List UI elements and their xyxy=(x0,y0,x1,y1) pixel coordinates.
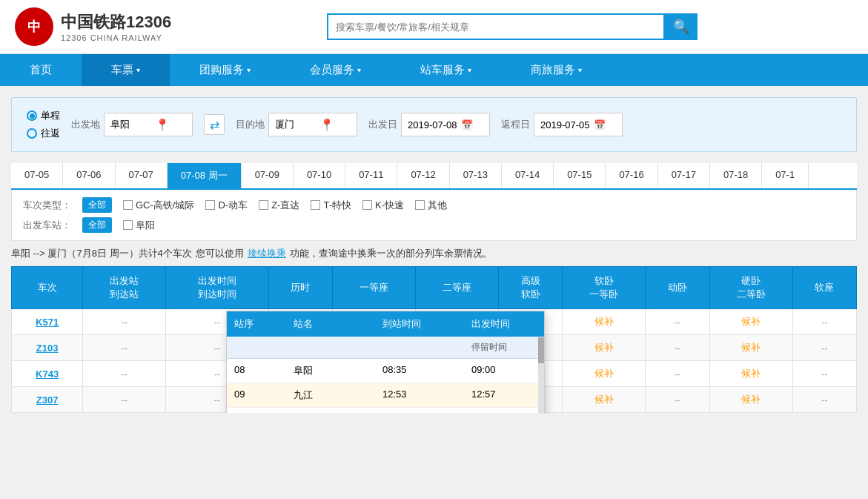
station-fuyang[interactable]: 阜阳 xyxy=(123,219,155,232)
to-input[interactable]: 厦门 📍 xyxy=(268,113,357,136)
popup-col-depart: 出发时间 xyxy=(471,317,560,331)
col-high-soft: 高级软卧 xyxy=(499,267,563,309)
date-tab[interactable]: 07-1 xyxy=(762,163,809,188)
swap-button[interactable]: ⇄ xyxy=(204,114,225,135)
date-tab[interactable]: 07-16 xyxy=(606,163,657,188)
svg-text:中: 中 xyxy=(27,19,41,34)
search-icon: 🔍 xyxy=(673,19,689,35)
type-k[interactable]: K-快速 xyxy=(362,199,404,212)
station-name: 阜阳 xyxy=(294,364,382,377)
train-number[interactable]: K571 xyxy=(12,309,83,335)
col-soft-seat: 软座 xyxy=(792,267,856,309)
navigation: 首页 车票 ▾ 团购服务 ▾ 会员服务 ▾ 站车服务 ▾ 商旅服务 ▾ xyxy=(0,54,868,86)
date-tab[interactable]: 07-08 周一 xyxy=(168,163,242,188)
popup-station-row: 10 南昌西 14:01 14:12 xyxy=(227,408,544,413)
cell-soft-first[interactable]: 候补 xyxy=(563,361,646,387)
depart-date-field: 出发日 2019-07-08 📅 xyxy=(368,113,490,136)
location-icon: 📍 xyxy=(319,118,351,132)
nav-item-station[interactable]: 站车服务 ▾ xyxy=(391,54,501,86)
transfer-link[interactable]: 接续换乘 xyxy=(248,247,286,260)
popup-station-row: 08 阜阳 08:35 09:00 xyxy=(227,359,544,383)
cell-soft-first[interactable]: 候补 xyxy=(563,335,646,361)
popup-body: 08 阜阳 08:35 09:00 09 九江 12:53 12:57 10 南… xyxy=(227,359,544,413)
cell-move-sleep: -- xyxy=(646,361,709,387)
train-table-wrapper: 车次 出发站到达站 出发时间到达时间 历时 一等座 二等座 高级软卧 软卧一等卧… xyxy=(11,266,857,413)
from-label: 出发地 xyxy=(71,118,100,131)
scrollbar-thumb[interactable] xyxy=(538,337,544,363)
to-field: 目的地 厦门 📍 xyxy=(236,113,357,136)
one-way-radio[interactable]: 单程 xyxy=(27,109,60,122)
cell-hard-sleep[interactable]: 候补 xyxy=(709,361,792,387)
info-bar: 阜阳 --> 厦门（7月8日 周一）共计4个车次 您可以使用 接续换乘 功能，查… xyxy=(11,241,857,266)
to-label: 目的地 xyxy=(236,118,265,131)
date-tab[interactable]: 07-10 xyxy=(294,163,345,188)
type-other[interactable]: 其他 xyxy=(415,199,447,212)
train-number[interactable]: Z103 xyxy=(12,335,83,361)
date-tab[interactable]: 07-18 xyxy=(710,163,762,188)
station-all-tag[interactable]: 全部 xyxy=(82,217,112,233)
station-depart: 12:57 xyxy=(471,389,544,402)
date-tab[interactable]: 07-13 xyxy=(450,163,502,188)
nav-item-home[interactable]: 首页 xyxy=(0,54,82,86)
date-tab[interactable]: 07-06 xyxy=(63,163,115,188)
checkbox-fuyang xyxy=(123,220,133,230)
chevron-down-icon: ▾ xyxy=(357,66,361,74)
search-input[interactable] xyxy=(327,13,665,40)
logo-subtitle: 12306 CHINA RAILWAY xyxy=(61,33,171,42)
nav-item-business[interactable]: 商旅服务 ▾ xyxy=(501,54,612,86)
cell-soft-seat: -- xyxy=(792,361,856,387)
type-all-tag[interactable]: 全部 xyxy=(82,197,112,213)
cell-soft-first[interactable]: 候补 xyxy=(563,387,646,413)
popup-close-btn[interactable]: ✕ xyxy=(560,318,583,330)
date-tab[interactable]: 07-17 xyxy=(658,163,710,188)
date-tab[interactable]: 07-12 xyxy=(397,163,449,188)
search-form: 单程 往返 出发地 阜阳 📍 ⇄ 目的地 厦门 📍 出发日 2019-07-08… xyxy=(11,97,857,152)
station-name: 九江 xyxy=(294,389,382,402)
info-text1: 阜阳 --> 厦门（7月8日 周一）共计4个车次 xyxy=(11,247,192,260)
type-d[interactable]: D-动车 xyxy=(205,199,248,212)
round-trip-radio[interactable]: 往返 xyxy=(27,127,60,140)
type-filter-row: 车次类型： 全部 GC-高铁/城际 D-动车 Z-直达 T-特快 K-快速 其他 xyxy=(23,197,845,213)
filters: 车次类型： 全部 GC-高铁/城际 D-动车 Z-直达 T-特快 K-快速 其他… xyxy=(11,190,857,241)
nav-item-group[interactable]: 团购服务 ▾ xyxy=(170,54,280,86)
type-gc[interactable]: GC-高铁/城际 xyxy=(123,199,194,212)
cell-hard-sleep[interactable]: 候补 xyxy=(709,335,792,361)
location-icon: 📍 xyxy=(155,118,186,132)
checkbox-t xyxy=(311,200,320,210)
date-tab[interactable]: 07-14 xyxy=(502,163,554,188)
chevron-down-icon: ▾ xyxy=(136,66,140,74)
cell-hard-sleep[interactable]: 候补 xyxy=(709,387,792,413)
chevron-down-icon: ▾ xyxy=(578,66,582,74)
logo-area: 中 中国铁路12306 12306 CHINA RAILWAY xyxy=(15,7,171,46)
date-tab[interactable]: 07-11 xyxy=(345,163,397,188)
type-z[interactable]: Z-直达 xyxy=(259,199,299,212)
date-tab[interactable]: 07-15 xyxy=(554,163,606,188)
trip-type-group: 单程 往返 xyxy=(27,109,60,140)
station-seq: 09 xyxy=(234,389,294,402)
cell-move-sleep: -- xyxy=(646,309,709,335)
train-number[interactable]: Z307 xyxy=(12,387,83,413)
checkbox-z xyxy=(259,200,268,210)
info-text2: 您可以使用 xyxy=(196,247,244,260)
station-depart: 09:00 xyxy=(471,364,544,377)
popup-col-seq: 站序 xyxy=(234,317,294,331)
checkbox-d xyxy=(205,200,215,210)
from-input[interactable]: 阜阳 📍 xyxy=(104,113,193,136)
search-button[interactable]: 🔍 xyxy=(665,13,698,40)
train-number[interactable]: K743 xyxy=(12,361,83,387)
date-tab[interactable]: 07-09 xyxy=(242,163,294,188)
cell-hard-sleep[interactable]: 候补 xyxy=(709,309,792,335)
cell-move-sleep: -- xyxy=(646,387,709,413)
date-tab[interactable]: 07-05 xyxy=(11,163,63,188)
nav-item-ticket[interactable]: 车票 ▾ xyxy=(82,54,170,86)
cell-soft-seat: -- xyxy=(792,309,856,335)
type-t[interactable]: T-特快 xyxy=(311,199,351,212)
return-date-input[interactable]: 2019-07-05 📅 xyxy=(534,113,623,136)
depart-date-input[interactable]: 2019-07-08 📅 xyxy=(401,113,490,136)
nav-item-member[interactable]: 会员服务 ▾ xyxy=(280,54,391,86)
station-filter-label: 出发车站： xyxy=(23,219,71,232)
popup-header: 站序 站名 到站时间 出发时间 ✕ xyxy=(227,311,544,337)
station-arrive: 08:35 xyxy=(382,364,471,377)
date-tab[interactable]: 07-07 xyxy=(116,163,168,188)
chevron-down-icon: ▾ xyxy=(468,66,471,74)
